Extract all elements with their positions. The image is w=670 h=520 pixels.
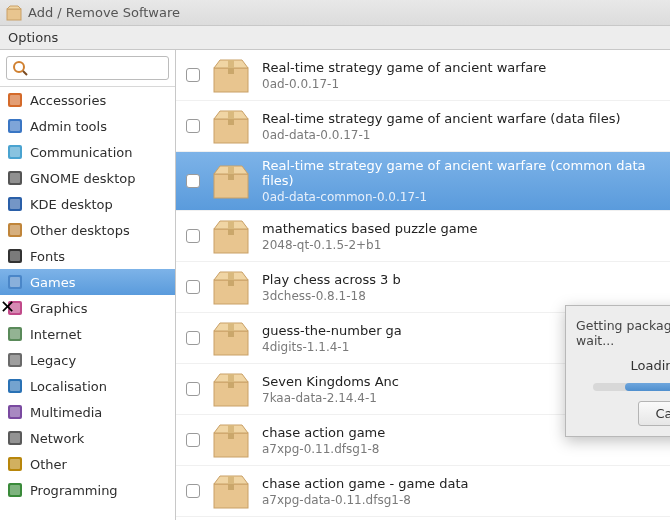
sidebar-item-label: Programming [30,483,118,498]
package-row[interactable]: Real-time strategy game of ancient warfa… [176,152,670,211]
sidebar-item-label: Localisation [30,379,107,394]
sidebar-item-label: Communication [30,145,132,160]
sidebar-item-label: Other [30,457,67,472]
sidebar-item-games[interactable]: Games [0,269,175,295]
package-name: Real-time strategy game of ancient warfa… [262,60,546,75]
package-version: 0ad-0.0.17-1 [262,77,546,91]
sidebar-item-multimedia[interactable]: Multimedia [0,399,175,425]
internet-icon [6,325,24,343]
multimedia-icon [6,403,24,421]
package-checkbox[interactable] [186,68,200,82]
svg-rect-11 [10,121,20,131]
package-checkbox[interactable] [186,280,200,294]
menubar: Options [0,26,670,50]
dialog-message: Loading cache [631,358,670,373]
package-version: a7xpg-data-0.11.dfsg1-8 [262,493,469,507]
svg-rect-33 [10,407,20,417]
package-checkbox[interactable] [186,229,200,243]
admin-icon [6,117,24,135]
package-row[interactable]: Real-time strategy game of ancient warfa… [176,50,670,101]
sidebar-item-accessories[interactable]: Accessories [0,87,175,113]
accessories-icon [6,91,24,109]
package-version: 7kaa-data-2.14.4-1 [262,391,399,405]
svg-rect-31 [10,381,20,391]
package-box-icon [210,421,252,459]
svg-rect-23 [10,277,20,287]
sidebar-item-label: Admin tools [30,119,107,134]
sidebar-item-fonts[interactable]: Fonts [0,243,175,269]
package-name: Real-time strategy game of ancient warfa… [262,158,660,188]
sidebar-item-label: Accessories [30,93,106,108]
sidebar-item-label: GNOME desktop [30,171,135,186]
sidebar-item-communication[interactable]: Communication [0,139,175,165]
package-name: chase action game [262,425,385,440]
comm-icon [6,143,24,161]
progress-dialog: Getting package data - please wait... Lo… [565,305,670,437]
package-name: guess-the-number ga [262,323,402,338]
programming-icon [6,481,24,499]
package-name: chase action game - game data [262,476,469,491]
package-name: Real-time strategy game of ancient warfa… [262,111,620,126]
sidebar-item-other[interactable]: Other [0,451,175,477]
package-checkbox[interactable] [186,433,200,447]
package-version: 2048-qt-0.1.5-2+b1 [262,238,478,252]
sidebar-item-legacy[interactable]: Legacy [0,347,175,373]
sidebar-item-gnome-desktop[interactable]: GNOME desktop [0,165,175,191]
sidebar-item-other-desktops[interactable]: Other desktops [0,217,175,243]
sidebar-item-admin-tools[interactable]: Admin tools [0,113,175,139]
category-list: AccessoriesAdmin toolsCommunicationGNOME… [0,87,175,520]
package-checkbox[interactable] [186,174,200,188]
package-row[interactable]: Real-time strategy game of ancient warfa… [176,101,670,152]
svg-rect-19 [10,225,20,235]
sidebar-item-label: Network [30,431,84,446]
package-version: 0ad-data-common-0.0.17-1 [262,190,660,204]
svg-rect-35 [10,433,20,443]
search-icon [12,60,28,76]
dialog-title: Getting package data - please wait... [576,318,670,348]
package-name: Seven Kingdoms Anc [262,374,399,389]
package-box-icon [210,472,252,510]
svg-rect-39 [10,485,20,495]
sidebar-item-internet[interactable]: Internet [0,321,175,347]
sidebar-item-graphics[interactable]: Graphics [0,295,175,321]
package-checkbox[interactable] [186,382,200,396]
package-panel: Real-time strategy game of ancient warfa… [176,50,670,520]
svg-rect-37 [10,459,20,469]
package-box-icon [210,217,252,255]
package-name: Play chess across 3 b [262,272,401,287]
package-version: 4digits-1.1.4-1 [262,340,402,354]
sidebar-item-network[interactable]: Network [0,425,175,451]
fonts-icon [6,247,24,265]
package-box-icon [210,162,252,200]
local-icon [6,377,24,395]
package-row[interactable]: mathematics based puzzle game2048-qt-0.1… [176,211,670,262]
svg-rect-9 [10,95,20,105]
package-list: Real-time strategy game of ancient warfa… [176,50,670,517]
package-box-icon [210,370,252,408]
search-box[interactable] [6,56,169,80]
svg-rect-13 [10,147,20,157]
window-titlebar: Add / Remove Software [0,0,670,26]
graphics-icon [6,299,24,317]
cancel-button[interactable]: Cancel [638,401,670,426]
sidebar-item-localisation[interactable]: Localisation [0,373,175,399]
package-checkbox[interactable] [186,331,200,345]
legacy-icon [6,351,24,369]
package-box-icon [210,56,252,94]
sidebar-item-label: Graphics [30,301,87,316]
package-row[interactable]: chase action game - game dataa7xpg-data-… [176,466,670,517]
package-box-icon [210,319,252,357]
sidebar-item-programming[interactable]: Programming [0,477,175,503]
sidebar-item-kde-desktop[interactable]: KDE desktop [0,191,175,217]
menu-options[interactable]: Options [8,30,58,45]
sidebar-item-label: Other desktops [30,223,130,238]
package-box-icon [210,107,252,145]
games-icon [6,273,24,291]
other-icon [6,455,24,473]
package-checkbox[interactable] [186,119,200,133]
package-checkbox[interactable] [186,484,200,498]
sidebar-item-label: KDE desktop [30,197,113,212]
package-box-icon [210,268,252,306]
sidebar-item-label: Fonts [30,249,65,264]
sidebar-item-label: Multimedia [30,405,102,420]
